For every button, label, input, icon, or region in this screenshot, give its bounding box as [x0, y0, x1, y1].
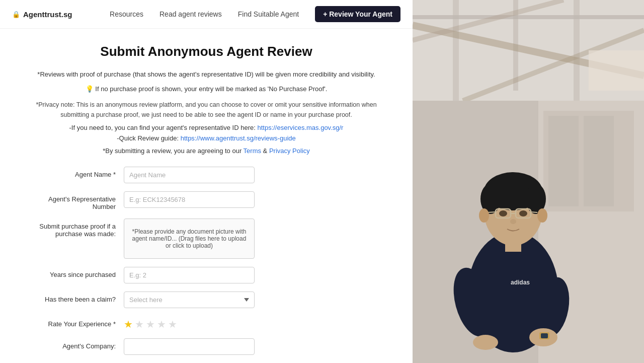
webcam-svg: adidas [413, 0, 644, 363]
rating-row: Rate Your Experience * ★ ★ ★ ★ ★ [30, 316, 382, 330]
rating-label: Rate Your Experience * [30, 316, 116, 328]
upload-area[interactable]: *Please provide any document picture wit… [124, 219, 255, 259]
svg-rect-3 [453, 0, 459, 101]
svg-rect-24 [484, 191, 542, 206]
logo[interactable]: 🔒 Agenttrust.sg [12, 10, 72, 19]
svg-point-32 [510, 219, 516, 224]
svg-point-33 [479, 208, 489, 223]
lock-icon: 🔒 [12, 11, 20, 18]
info-credibility: *Reviews with proof of purchase (that sh… [30, 69, 382, 80]
claim-row: Has there been a claim? Select here Yes … [30, 292, 382, 308]
info-no-proof: 💡 If no purchase proof is shown, your en… [30, 84, 382, 95]
company-input[interactable] [124, 338, 255, 355]
terms-row: *By submitting a review, you are agreein… [30, 147, 382, 155]
info-guide: -Quick Review guide: https://www.agenttr… [30, 134, 382, 142]
years-input[interactable] [124, 267, 255, 283]
right-panel: adidas [413, 0, 644, 363]
info-rep-id: -If you need to, you can find your agent… [30, 124, 382, 131]
claim-label: Has there been a claim? [30, 292, 116, 303]
agent-name-label: Agent Name * [30, 167, 116, 178]
purchase-proof-row: Submit purchase proof if a purchase was … [30, 219, 382, 259]
upload-text: *Please provide any document picture wit… [130, 228, 248, 249]
svg-point-18 [473, 335, 498, 350]
lightbulb-icon: 💡 [86, 85, 94, 93]
guide-link[interactable]: https://www.agenttrust.sg/reviews-guide [181, 134, 296, 142]
star-2[interactable]: ★ [135, 318, 144, 330]
mas-link[interactable]: https://eservices.mas.gov.sg/r [257, 124, 343, 131]
info-privacy: *Privacy note: This is an anonymous revi… [30, 100, 382, 120]
claim-select[interactable]: Select here Yes No [124, 292, 255, 308]
svg-rect-38 [589, 50, 644, 91]
years-row: Years since purchased [30, 267, 382, 283]
star-4[interactable]: ★ [157, 318, 166, 330]
review-agent-button[interactable]: + Review Your Agent [315, 6, 400, 22]
svg-rect-37 [541, 333, 548, 338]
svg-line-29 [531, 212, 537, 212]
company-row: Agent's Company: [30, 338, 382, 355]
svg-point-31 [519, 210, 527, 216]
rep-number-row: Agent's Representative Number [30, 191, 382, 210]
stars-container: ★ ★ ★ ★ ★ [124, 316, 177, 330]
webcam-image: adidas [413, 0, 644, 363]
nav-find-agent[interactable]: Find Suitable Agent [238, 10, 299, 18]
privacy-policy-link[interactable]: Privacy Policy [269, 147, 310, 155]
logo-text: Agenttrust.sg [23, 10, 72, 19]
svg-rect-2 [413, 15, 644, 19]
main-content: Submit Anonymous Agent Review *Reviews w… [0, 29, 413, 363]
svg-point-34 [537, 208, 547, 223]
terms-link[interactable]: Terms [244, 147, 261, 155]
rep-number-label: Agent's Representative Number [30, 191, 116, 210]
svg-rect-13 [584, 116, 614, 206]
star-5[interactable]: ★ [168, 318, 177, 330]
svg-point-30 [499, 210, 507, 216]
star-3[interactable]: ★ [146, 318, 155, 330]
left-panel: 🔒 Agenttrust.sg Resources Read agent rev… [0, 0, 413, 363]
page-title: Submit Anonymous Agent Review [30, 44, 382, 59]
purchase-proof-label: Submit purchase proof if a purchase was … [30, 219, 116, 238]
company-label: Agent's Company: [30, 338, 116, 350]
review-form: Agent Name * Agent's Representative Numb… [30, 167, 382, 363]
nav-read-reviews[interactable]: Read agent reviews [159, 10, 222, 18]
agent-name-row: Agent Name * [30, 167, 382, 183]
years-label: Years since purchased [30, 267, 116, 278]
svg-rect-5 [574, 0, 580, 101]
navbar: 🔒 Agenttrust.sg Resources Read agent rev… [0, 0, 413, 29]
nav-resources[interactable]: Resources [110, 10, 143, 18]
svg-text:adidas: adidas [511, 279, 530, 286]
svg-rect-12 [548, 116, 579, 206]
rep-number-input[interactable] [124, 191, 255, 208]
agent-name-input[interactable] [124, 167, 255, 183]
star-1[interactable]: ★ [124, 318, 133, 330]
